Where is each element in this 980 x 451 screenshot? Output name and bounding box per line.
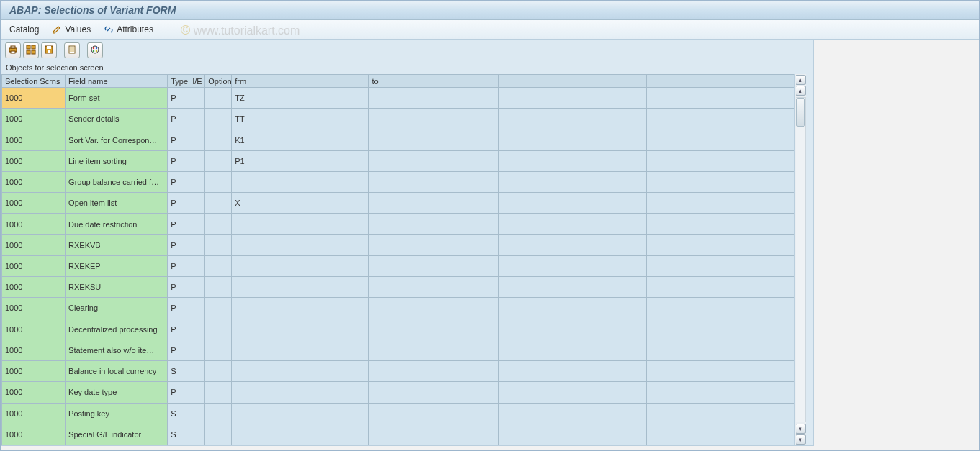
cell-to[interactable] <box>369 193 498 214</box>
cell-option[interactable] <box>205 424 232 445</box>
cell-to[interactable] <box>369 424 498 445</box>
cell-blank[interactable] <box>646 129 794 150</box>
cell-to[interactable] <box>369 214 498 234</box>
cell-to[interactable] <box>369 340 498 360</box>
cell-field[interactable]: Form set <box>66 88 168 109</box>
cell-blank[interactable] <box>498 109 646 129</box>
cell-type[interactable]: P <box>168 214 189 234</box>
cell-frm[interactable] <box>232 298 369 319</box>
cell-frm[interactable] <box>232 424 369 445</box>
cell-type[interactable]: P <box>168 255 189 276</box>
cell-type[interactable]: P <box>168 150 189 171</box>
table-row[interactable]: 1000Line item sortingPP1 <box>2 150 794 171</box>
cell-blank[interactable] <box>498 277 646 298</box>
cell-blank[interactable] <box>646 340 794 360</box>
cell-scrn[interactable]: 1000 <box>2 277 66 298</box>
cell-scrn[interactable]: 1000 <box>2 109 66 129</box>
cell-field[interactable]: Group balance carried f… <box>66 171 168 192</box>
scroll-page-up-button[interactable]: ▴ <box>796 86 806 96</box>
cell-option[interactable] <box>205 171 232 192</box>
cell-frm[interactable] <box>232 382 369 403</box>
cell-frm[interactable]: TT <box>232 109 369 129</box>
cell-scrn[interactable]: 1000 <box>2 319 66 340</box>
cell-frm[interactable] <box>232 403 369 424</box>
cell-to[interactable] <box>369 234 498 255</box>
col-frm[interactable]: frm <box>232 75 369 88</box>
cell-ie[interactable] <box>189 277 205 298</box>
cell-to[interactable] <box>369 361 498 382</box>
cell-blank[interactable] <box>646 255 794 276</box>
cell-type[interactable]: P <box>168 88 189 109</box>
cell-scrn[interactable]: 1000 <box>2 214 66 234</box>
cell-scrn[interactable]: 1000 <box>2 403 66 424</box>
table-row[interactable]: 1000Statement also w/o ite…P <box>2 340 794 360</box>
cell-blank[interactable] <box>498 150 646 171</box>
cell-ie[interactable] <box>189 171 205 192</box>
table-row[interactable]: 1000RXEKVBP <box>2 234 794 255</box>
table-row[interactable]: 1000Form setPTZ <box>2 88 794 109</box>
cell-to[interactable] <box>369 109 498 129</box>
cell-type[interactable]: P <box>168 129 189 150</box>
cell-scrn[interactable]: 1000 <box>2 88 66 109</box>
cell-type[interactable]: P <box>168 298 189 319</box>
cell-type[interactable]: P <box>168 277 189 298</box>
vertical-scrollbar[interactable]: ▴ ▴ ▾ ▾ <box>794 74 806 445</box>
cell-blank[interactable] <box>498 193 646 214</box>
cell-scrn[interactable]: 1000 <box>2 129 66 150</box>
cell-blank[interactable] <box>646 150 794 171</box>
cell-field[interactable]: RXEKEP <box>66 255 168 276</box>
select-all-button[interactable] <box>23 42 39 58</box>
cell-ie[interactable] <box>189 129 205 150</box>
col-type[interactable]: Type <box>168 75 189 88</box>
save-button[interactable] <box>41 42 57 58</box>
cell-type[interactable]: P <box>168 193 189 214</box>
cell-ie[interactable] <box>189 88 205 109</box>
col-ie[interactable]: I/E <box>189 75 205 88</box>
cell-ie[interactable] <box>189 382 205 403</box>
cell-scrn[interactable]: 1000 <box>2 234 66 255</box>
values-button[interactable]: Values <box>52 24 91 35</box>
cell-type[interactable]: S <box>168 424 189 445</box>
cell-field[interactable]: Clearing <box>66 298 168 319</box>
cell-field[interactable]: Sender details <box>66 109 168 129</box>
table-row[interactable]: 1000RXEKSUP <box>2 277 794 298</box>
cell-option[interactable] <box>205 403 232 424</box>
cell-field[interactable]: RXEKSU <box>66 277 168 298</box>
cell-to[interactable] <box>369 129 498 150</box>
cell-type[interactable]: P <box>168 340 189 360</box>
cell-field[interactable]: RXEKVB <box>66 234 168 255</box>
scroll-thumb[interactable] <box>796 98 805 127</box>
cell-blank[interactable] <box>498 234 646 255</box>
cell-frm[interactable]: K1 <box>232 129 369 150</box>
cell-blank[interactable] <box>646 424 794 445</box>
cell-option[interactable] <box>205 382 232 403</box>
table-row[interactable]: 1000Sender detailsPTT <box>2 109 794 129</box>
col-to[interactable]: to <box>369 75 498 88</box>
cell-frm[interactable] <box>232 277 369 298</box>
cell-scrn[interactable]: 1000 <box>2 193 66 214</box>
cell-option[interactable] <box>205 193 232 214</box>
cell-blank[interactable] <box>646 361 794 382</box>
cell-blank[interactable] <box>498 319 646 340</box>
cell-ie[interactable] <box>189 109 205 129</box>
cell-option[interactable] <box>205 255 232 276</box>
cell-field[interactable]: Sort Var. for Correspon… <box>66 129 168 150</box>
cell-blank[interactable] <box>498 255 646 276</box>
cell-type[interactable]: S <box>168 403 189 424</box>
cell-ie[interactable] <box>189 424 205 445</box>
table-row[interactable]: 1000Decentralized processingP <box>2 319 794 340</box>
cell-option[interactable] <box>205 298 232 319</box>
cell-field[interactable]: Special G/L indicator <box>66 424 168 445</box>
cell-to[interactable] <box>369 88 498 109</box>
cell-scrn[interactable]: 1000 <box>2 150 66 171</box>
col-field[interactable]: Field name <box>66 75 168 88</box>
cell-option[interactable] <box>205 319 232 340</box>
catalog-button[interactable]: Catalog <box>9 24 39 35</box>
cell-ie[interactable] <box>189 234 205 255</box>
cell-to[interactable] <box>369 382 498 403</box>
table-row[interactable]: 1000Special G/L indicatorS <box>2 424 794 445</box>
table-row[interactable]: 1000Sort Var. for Correspon…PK1 <box>2 129 794 150</box>
cell-blank[interactable] <box>498 340 646 360</box>
cell-blank[interactable] <box>646 277 794 298</box>
table-row[interactable]: 1000Group balance carried f…P <box>2 171 794 192</box>
